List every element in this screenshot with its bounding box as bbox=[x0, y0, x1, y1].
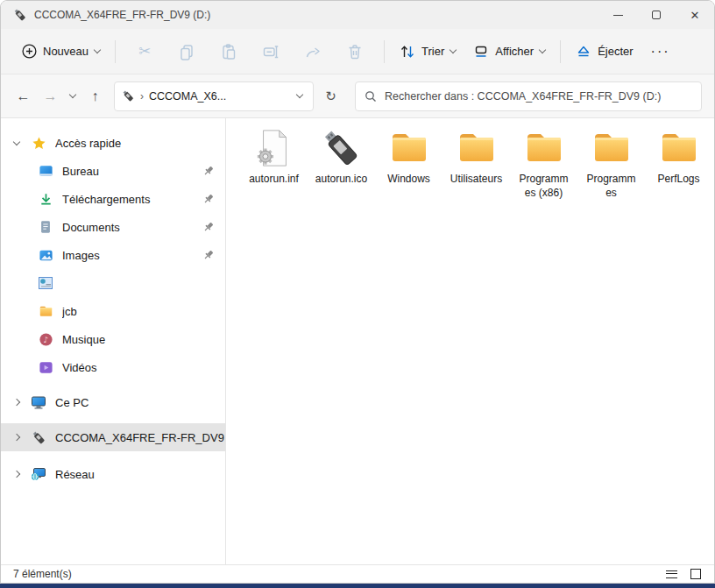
usb-drive-icon bbox=[13, 8, 27, 22]
eject-button[interactable]: Éjecter bbox=[567, 38, 641, 66]
sidebar-item-label: Documents bbox=[62, 221, 202, 234]
search-box[interactable] bbox=[355, 81, 702, 111]
documents-icon bbox=[38, 219, 53, 235]
sort-button[interactable]: Trier bbox=[391, 38, 464, 66]
folder-icon bbox=[591, 127, 633, 169]
sidebar-item-unknown[interactable] bbox=[1, 269, 225, 297]
search-input[interactable] bbox=[385, 90, 692, 103]
sidebar-item-jcb[interactable]: jcb bbox=[1, 297, 225, 325]
sidebar-spacer bbox=[1, 381, 225, 388]
sidebar-item-label: jcb bbox=[62, 305, 225, 318]
refresh-button[interactable]: ↻ bbox=[317, 82, 344, 110]
sidebar-item-bureau[interactable]: Bureau bbox=[1, 157, 225, 185]
desktop-icon bbox=[38, 163, 53, 179]
sidebar-item-reseau[interactable]: Réseau bbox=[1, 460, 225, 488]
search-icon bbox=[365, 90, 377, 103]
window-title: CCCOMA_X64FRE_FR-FR_DV9 (D:) bbox=[34, 9, 210, 21]
view-button[interactable]: Afficher bbox=[464, 38, 554, 66]
close-button[interactable]: ✕ bbox=[676, 2, 714, 28]
delete-button[interactable] bbox=[337, 36, 372, 67]
sidebar-item-videos[interactable]: Vidéos bbox=[1, 353, 225, 381]
folder-icon bbox=[523, 127, 565, 169]
file-item-autorun-inf[interactable]: autorun.inf bbox=[240, 127, 308, 200]
svg-text:♪: ♪ bbox=[43, 334, 48, 344]
chevron-down-icon[interactable] bbox=[10, 142, 24, 145]
toolbar-divider bbox=[115, 40, 116, 63]
chevron-right-icon[interactable] bbox=[10, 471, 24, 477]
file-item-utilisateurs[interactable]: Utilisateurs bbox=[442, 127, 510, 200]
share-button[interactable] bbox=[295, 36, 330, 67]
minimize-button[interactable] bbox=[598, 2, 637, 28]
rename-button[interactable] bbox=[253, 36, 288, 67]
command-toolbar: Nouveau ✂ bbox=[1, 29, 714, 74]
sidebar-item-ce-pc[interactable]: Ce PC bbox=[1, 388, 225, 416]
rename-icon bbox=[262, 43, 280, 60]
trash-icon bbox=[346, 43, 364, 60]
recent-locations-button[interactable] bbox=[64, 82, 81, 110]
folder-icon bbox=[658, 127, 700, 169]
toolbar-divider bbox=[384, 40, 385, 63]
navigation-pane: Accès rapide Bureau Téléchargements bbox=[1, 118, 226, 564]
chevron-down-icon[interactable] bbox=[296, 91, 303, 98]
chevron-down-icon bbox=[539, 46, 546, 53]
sort-button-label: Trier bbox=[421, 45, 444, 58]
file-item-windows[interactable]: Windows bbox=[375, 127, 442, 200]
scissors-icon: ✂ bbox=[138, 42, 151, 60]
file-item-programmes-x86[interactable]: Programm es (x86) bbox=[510, 127, 577, 200]
folder-icon bbox=[38, 303, 53, 319]
file-item-programmes[interactable]: Programm es bbox=[577, 127, 645, 200]
legacy-image-icon bbox=[38, 275, 53, 291]
chevron-down-icon bbox=[94, 46, 101, 53]
breadcrumb-location[interactable]: CCCOMA_X6... bbox=[149, 90, 297, 103]
up-button[interactable]: ↑ bbox=[81, 82, 109, 110]
sidebar-spacer bbox=[1, 416, 225, 423]
file-name: Utilisateurs bbox=[450, 173, 502, 187]
breadcrumb[interactable]: › CCCOMA_X6... bbox=[114, 81, 314, 111]
sidebar-item-telechargements[interactable]: Téléchargements bbox=[1, 185, 225, 213]
sidebar-item-musique[interactable]: ♪ Musique bbox=[1, 325, 225, 353]
downloads-icon bbox=[38, 191, 53, 207]
item-count: 7 élément(s) bbox=[13, 568, 72, 580]
forward-button[interactable]: → bbox=[37, 82, 64, 110]
sidebar-item-label: Vidéos bbox=[62, 361, 225, 374]
up-icon: ↑ bbox=[92, 89, 99, 104]
sidebar-item-quick-access[interactable]: Accès rapide bbox=[1, 129, 225, 157]
music-icon: ♪ bbox=[38, 331, 53, 347]
sidebar-item-label: Accès rapide bbox=[55, 137, 225, 150]
sort-icon bbox=[400, 44, 415, 60]
sidebar-item-images[interactable]: Images bbox=[1, 241, 225, 269]
file-name: Programm es (x86) bbox=[519, 173, 568, 200]
status-bar: 7 élément(s) bbox=[1, 564, 714, 583]
title-bar: CCCOMA_X64FRE_FR-FR_DV9 (D:) ✕ bbox=[1, 1, 714, 29]
sidebar-item-label: Images bbox=[62, 249, 202, 262]
chevron-right-icon[interactable] bbox=[10, 435, 24, 440]
maximize-icon bbox=[652, 11, 661, 19]
videos-icon bbox=[38, 359, 53, 375]
new-button[interactable]: Nouveau bbox=[13, 38, 109, 65]
large-icons-view-button[interactable] bbox=[684, 566, 707, 582]
usb-drive-icon bbox=[321, 127, 363, 169]
cut-button[interactable]: ✂ bbox=[127, 36, 162, 67]
sidebar-item-label: Téléchargements bbox=[62, 193, 202, 206]
copy-icon bbox=[178, 43, 195, 60]
chevron-right-icon[interactable] bbox=[10, 400, 24, 405]
sidebar-item-documents[interactable]: Documents bbox=[1, 213, 225, 241]
more-options-button[interactable]: ··· bbox=[642, 40, 679, 63]
toolbar-divider bbox=[560, 40, 561, 63]
back-icon: ← bbox=[17, 89, 31, 104]
details-view-icon bbox=[666, 570, 677, 578]
details-view-button[interactable] bbox=[660, 566, 683, 582]
pin-icon bbox=[202, 165, 215, 177]
refresh-icon: ↻ bbox=[325, 89, 336, 104]
file-item-autorun-ico[interactable]: autorun.ico bbox=[308, 127, 375, 200]
file-name: autorun.inf bbox=[249, 173, 299, 187]
star-icon bbox=[31, 135, 46, 151]
large-icons-view-icon bbox=[690, 569, 701, 579]
back-button[interactable]: ← bbox=[10, 82, 37, 110]
file-item-perflogs[interactable]: PerfLogs bbox=[645, 127, 712, 200]
paste-button[interactable] bbox=[211, 36, 246, 67]
sidebar-item-usb-drive[interactable]: CCCOMA_X64FRE_FR-FR_DV9 (D:) bbox=[1, 423, 225, 451]
share-icon bbox=[304, 43, 322, 60]
copy-button[interactable] bbox=[169, 36, 204, 67]
maximize-button[interactable] bbox=[637, 2, 676, 28]
